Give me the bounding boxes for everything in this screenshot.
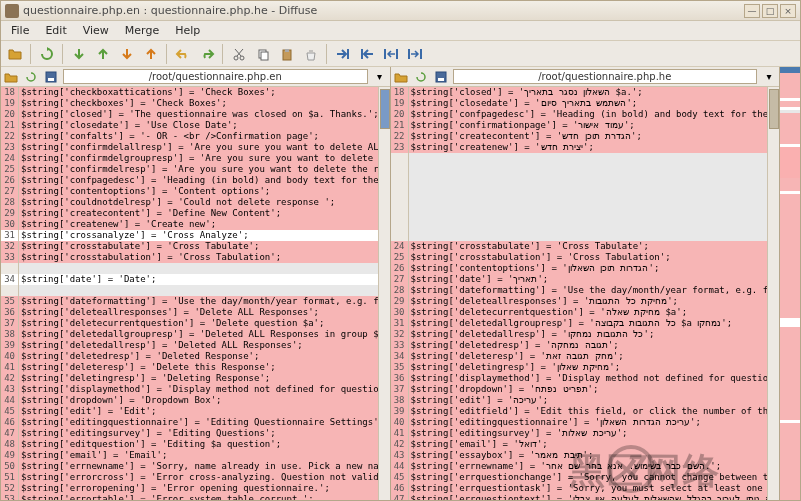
arrow-up-green-icon[interactable] (91, 43, 115, 65)
main-area: /root/questionnaire.php.en ▾ 18192021222… (1, 67, 800, 500)
refresh-icon[interactable] (35, 43, 59, 65)
refresh-file-icon[interactable] (22, 69, 40, 85)
toolbar (1, 41, 800, 67)
save-file-icon[interactable] (42, 69, 60, 85)
redo-icon[interactable] (195, 43, 219, 65)
dropdown-icon[interactable]: ▾ (371, 69, 389, 85)
diff-overview[interactable] (780, 67, 800, 500)
clear-icon[interactable] (299, 43, 323, 65)
paste-icon[interactable] (275, 43, 299, 65)
left-file-path[interactable]: /root/questionnaire.php.en (63, 69, 368, 84)
right-scrollbar[interactable] (767, 87, 779, 500)
save-file-icon[interactable] (432, 69, 450, 85)
close-button[interactable]: × (780, 4, 796, 18)
right-code[interactable]: $string['closed'] = 'השאלון נסגר בתאריך … (409, 87, 768, 500)
svg-rect-9 (396, 49, 398, 59)
svg-point-1 (240, 56, 244, 60)
open-file-icon[interactable] (392, 69, 410, 85)
svg-rect-8 (384, 49, 386, 59)
svg-rect-15 (438, 78, 444, 81)
svg-point-0 (234, 56, 238, 60)
svg-rect-13 (48, 78, 54, 81)
menu-file[interactable]: File (3, 22, 37, 39)
svg-rect-6 (347, 49, 349, 59)
app-icon (5, 4, 19, 18)
left-pane: /root/questionnaire.php.en ▾ 18192021222… (1, 67, 391, 500)
left-pane-header: /root/questionnaire.php.en ▾ (1, 67, 390, 87)
copy-icon[interactable] (251, 43, 275, 65)
refresh-file-icon[interactable] (412, 69, 430, 85)
svg-rect-3 (261, 52, 268, 60)
left-gutter: 1819202122232425262728293031323334353637… (1, 87, 19, 500)
merge-left-icon[interactable] (355, 43, 379, 65)
right-file-path[interactable]: /root/questionnaire.php.he (453, 69, 758, 84)
menu-view[interactable]: View (75, 22, 117, 39)
menu-edit[interactable]: Edit (37, 22, 74, 39)
maximize-button[interactable]: □ (762, 4, 778, 18)
right-pane: /root/questionnaire.php.he ▾ 18192021222… (391, 67, 781, 500)
right-gutter: 1819202122232425262728293031323334353637… (391, 87, 409, 500)
left-scrollbar[interactable] (378, 87, 390, 500)
dropdown-icon[interactable]: ▾ (760, 69, 778, 85)
menu-help[interactable]: Help (167, 22, 208, 39)
cut-icon[interactable] (227, 43, 251, 65)
svg-rect-7 (361, 49, 363, 59)
arrow-up-orange-icon[interactable] (139, 43, 163, 65)
arrow-down-orange-icon[interactable] (115, 43, 139, 65)
svg-rect-11 (420, 49, 422, 59)
merge-right-icon[interactable] (331, 43, 355, 65)
menu-merge[interactable]: Merge (117, 22, 167, 39)
left-code[interactable]: $string['checkboxattications'] = 'Check … (19, 87, 378, 500)
svg-rect-10 (408, 49, 410, 59)
merge-both-left-icon[interactable] (379, 43, 403, 65)
undo-icon[interactable] (171, 43, 195, 65)
right-pane-header: /root/questionnaire.php.he ▾ (391, 67, 780, 87)
open-icon[interactable] (3, 43, 27, 65)
arrow-down-green-icon[interactable] (67, 43, 91, 65)
menubar: File Edit View Merge Help (1, 21, 800, 41)
svg-rect-5 (285, 49, 289, 52)
merge-both-right-icon[interactable] (403, 43, 427, 65)
window-title: questionnaire.php.en : questionnaire.php… (23, 4, 742, 17)
open-file-icon[interactable] (2, 69, 20, 85)
minimize-button[interactable]: — (744, 4, 760, 18)
titlebar: questionnaire.php.en : questionnaire.php… (1, 1, 800, 21)
